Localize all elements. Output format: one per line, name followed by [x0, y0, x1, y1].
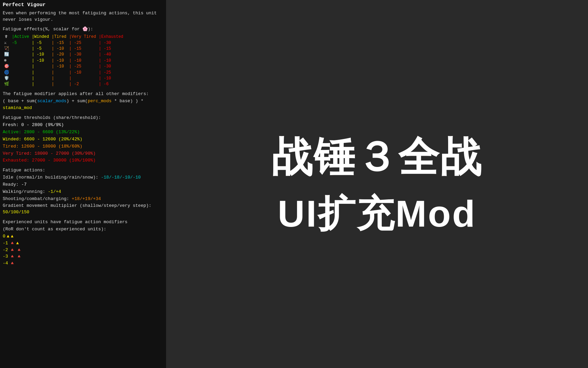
formula-section: The fatigue modifier applies after all o…	[3, 91, 163, 112]
threshold-item: Active: 2800 - 6600 (13%/22%)	[3, 129, 163, 136]
main-subtitle: UI扩充Mod	[278, 193, 476, 234]
winded-header: |Winded	[30, 34, 50, 40]
action-item: Gradient movement multiplier (shallow/st…	[3, 203, 163, 216]
thresholds-header: Fatigue thresholds (share/threshold):	[3, 115, 163, 121]
right-panel: 战锤３全战 UI扩充Mod	[166, 0, 588, 368]
threshold-item: Fresh: 0 - 2800 (9%/9%)	[3, 122, 163, 128]
action-item: Idle (normal/in building/rain/snow): -18…	[3, 174, 163, 181]
ability-title: Perfect Vigour	[3, 1, 163, 9]
threshold-item: Very Tired: 18000 - 27000 (30%/90%)	[3, 151, 163, 157]
actions-header: Fatigue actions:	[3, 167, 163, 174]
very-tired-header: |Very Tired	[68, 34, 97, 40]
thresholds-list: Fresh: 0 - 2800 (9%/9%)Active: 2800 - 66…	[3, 122, 163, 164]
formula-line3: stamina_mod	[3, 105, 163, 111]
experience-row: -4🔺	[3, 260, 163, 267]
experience-section: Experienced units have fatigue action mo…	[3, 219, 163, 267]
icon-col-header: 🗡	[3, 34, 11, 40]
experience-row: -2🔺🔺	[3, 247, 163, 254]
experience-list: 0▲▲-1🔺▲-2🔺🔺-3🔺🔺-4🔺	[3, 233, 163, 267]
formula-line2: ( base + sum(scalar_mods) + sum(perc_mod…	[3, 98, 163, 105]
actions-section: Fatigue actions: Idle (normal/in buildin…	[3, 167, 163, 216]
left-panel: Perfect Vigour Even when performing the …	[0, 0, 166, 368]
exhausted-header: |Exhausted	[97, 34, 125, 40]
thresholds-section: Fatigue thresholds (share/threshold): Fr…	[3, 115, 163, 164]
action-item: Walking/running: -1/+4	[3, 189, 163, 195]
threshold-item: Exhausted: 27000 - 30000 (10%/100%)	[3, 157, 163, 164]
formula-line1: The fatigue modifier applies after all o…	[3, 91, 163, 97]
action-item: Ready: -7	[3, 182, 163, 188]
action-item: Shooting/combat/charging: +18/+19/+34	[3, 196, 163, 202]
ability-description: Even when performing the most fatiguing …	[3, 10, 163, 23]
fatigue-effects-section: Fatigue effects(%, scalar for 🌸): 🗡 |Act…	[3, 26, 163, 87]
fatigue-effects-label: Fatigue effects(%, scalar for	[3, 27, 82, 32]
experience-subheader: (RoR don't count as experienced units):	[3, 226, 163, 233]
actions-list: Idle (normal/in building/rain/snow): -18…	[3, 174, 163, 216]
title-section: Perfect Vigour Even when performing the …	[3, 1, 163, 23]
experience-header: Experienced units have fatigue action mo…	[3, 219, 163, 226]
experience-row: 0▲▲	[3, 233, 163, 240]
main-title: 战锤３全战	[272, 134, 483, 179]
experience-row: -3🔺🔺	[3, 254, 163, 260]
fatigue-effects-header: Fatigue effects(%, scalar for 🌸):	[3, 26, 163, 33]
active-header: |Active	[11, 34, 30, 40]
tired-header: |Tired	[50, 34, 68, 40]
threshold-item: Winded: 6600 - 12600 (20%/42%)	[3, 136, 163, 143]
experience-row: -1🔺▲	[3, 240, 163, 247]
threshold-item: Tired: 12600 - 18000 (18%/60%)	[3, 143, 163, 150]
fatigue-table: 🗡 |Active |Winded |Tired |Very Tired |Ex…	[3, 34, 125, 88]
